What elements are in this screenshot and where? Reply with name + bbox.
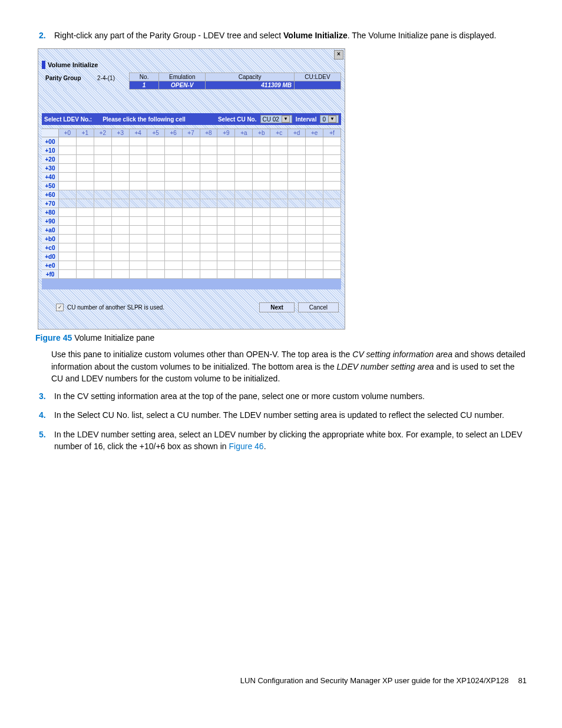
ldev-cell[interactable] (288, 182, 306, 190)
ldev-cell[interactable] (217, 173, 235, 182)
ldev-cell[interactable] (76, 146, 94, 155)
ldev-cell[interactable] (182, 217, 200, 226)
ldev-cell[interactable] (59, 173, 77, 182)
ldev-cell[interactable] (217, 208, 235, 217)
ldev-cell[interactable] (164, 252, 182, 261)
ldev-cell[interactable] (129, 270, 147, 279)
ldev-cell[interactable] (182, 270, 200, 279)
ldev-cell[interactable] (147, 235, 164, 243)
ldev-cell[interactable] (306, 226, 323, 235)
ldev-cell[interactable] (200, 182, 217, 190)
ldev-cell[interactable] (235, 235, 253, 243)
ldev-cell[interactable] (217, 217, 235, 226)
ldev-cell[interactable] (288, 208, 306, 217)
ldev-cell[interactable] (253, 199, 270, 208)
ldev-cell[interactable] (59, 270, 77, 279)
ldev-cell[interactable] (129, 217, 147, 226)
ldev-cell[interactable] (217, 235, 235, 243)
ldev-grid[interactable]: +0+1+2+3+4+5+6+7+8+9+a+b+c+d+e+f+00+10+2… (42, 129, 341, 279)
ldev-cell[interactable] (200, 146, 217, 155)
ldev-cell[interactable] (59, 146, 77, 155)
ldev-cell[interactable] (129, 252, 147, 261)
ldev-cell[interactable] (217, 199, 235, 208)
ldev-cell[interactable] (111, 252, 129, 261)
ldev-cell[interactable] (217, 155, 235, 164)
ldev-cell[interactable] (94, 235, 111, 243)
ldev-cell[interactable] (235, 173, 253, 182)
ldev-cell[interactable] (235, 261, 253, 270)
ldev-cell[interactable] (323, 217, 341, 226)
ldev-cell[interactable] (182, 226, 200, 235)
ldev-cell[interactable] (270, 261, 288, 270)
ldev-cell[interactable] (200, 226, 217, 235)
ldev-cell[interactable] (288, 164, 306, 173)
ldev-cell[interactable] (306, 252, 323, 261)
ldev-cell[interactable] (59, 208, 77, 217)
ldev-cell[interactable] (253, 261, 270, 270)
ldev-cell[interactable] (217, 164, 235, 173)
ldev-cell[interactable] (111, 182, 129, 190)
ldev-cell[interactable] (200, 208, 217, 217)
ldev-cell[interactable] (306, 199, 323, 208)
ldev-cell[interactable] (94, 243, 111, 252)
ldev-cell[interactable] (76, 182, 94, 190)
ldev-cell[interactable] (288, 199, 306, 208)
ldev-cell[interactable] (129, 208, 147, 217)
ldev-cell[interactable] (200, 164, 217, 173)
ldev-cell[interactable] (306, 182, 323, 190)
ldev-cell[interactable] (182, 173, 200, 182)
cv-info-table[interactable]: No. Emulation Capacity CU:LDEV 1 OPEN-V … (129, 73, 341, 90)
ldev-cell[interactable] (164, 182, 182, 190)
ldev-cell[interactable] (94, 173, 111, 182)
ldev-cell[interactable] (76, 190, 94, 199)
ldev-cell[interactable] (288, 137, 306, 146)
ldev-cell[interactable] (76, 155, 94, 164)
ldev-cell[interactable] (147, 146, 164, 155)
ldev-cell[interactable] (94, 270, 111, 279)
ldev-cell[interactable] (323, 252, 341, 261)
ldev-cell[interactable] (306, 146, 323, 155)
ldev-cell[interactable] (111, 190, 129, 199)
slpr-checkbox[interactable]: ✓ (56, 304, 64, 311)
ldev-cell[interactable] (111, 235, 129, 243)
ldev-cell[interactable] (182, 146, 200, 155)
ldev-cell[interactable] (76, 199, 94, 208)
ldev-cell[interactable] (288, 146, 306, 155)
ldev-cell[interactable] (270, 208, 288, 217)
ldev-cell[interactable] (59, 190, 77, 199)
ldev-cell[interactable] (76, 173, 94, 182)
ldev-cell[interactable] (306, 164, 323, 173)
ldev-cell[interactable] (235, 199, 253, 208)
ldev-cell[interactable] (288, 217, 306, 226)
ldev-cell[interactable] (182, 235, 200, 243)
ldev-cell[interactable] (76, 261, 94, 270)
ldev-cell[interactable] (200, 199, 217, 208)
ldev-cell[interactable] (147, 182, 164, 190)
ldev-cell[interactable] (147, 164, 164, 173)
ldev-cell[interactable] (76, 270, 94, 279)
ldev-cell[interactable] (288, 226, 306, 235)
ldev-cell[interactable] (147, 261, 164, 270)
ldev-cell[interactable] (147, 252, 164, 261)
ldev-cell[interactable] (253, 208, 270, 217)
ldev-cell[interactable] (306, 208, 323, 217)
ldev-cell[interactable] (76, 243, 94, 252)
ldev-cell[interactable] (270, 199, 288, 208)
ldev-cell[interactable] (323, 226, 341, 235)
ldev-cell[interactable] (235, 190, 253, 199)
ldev-cell[interactable] (76, 252, 94, 261)
ldev-cell[interactable] (129, 155, 147, 164)
ldev-cell[interactable] (94, 182, 111, 190)
ldev-cell[interactable] (129, 190, 147, 199)
ldev-cell[interactable] (164, 146, 182, 155)
ldev-cell[interactable] (94, 164, 111, 173)
ldev-cell[interactable] (147, 226, 164, 235)
ldev-cell[interactable] (217, 226, 235, 235)
ldev-cell[interactable] (200, 243, 217, 252)
ldev-cell[interactable] (323, 243, 341, 252)
ldev-cell[interactable] (182, 137, 200, 146)
ldev-cell[interactable] (129, 235, 147, 243)
ldev-cell[interactable] (235, 208, 253, 217)
ldev-cell[interactable] (164, 190, 182, 199)
ldev-cell[interactable] (217, 182, 235, 190)
